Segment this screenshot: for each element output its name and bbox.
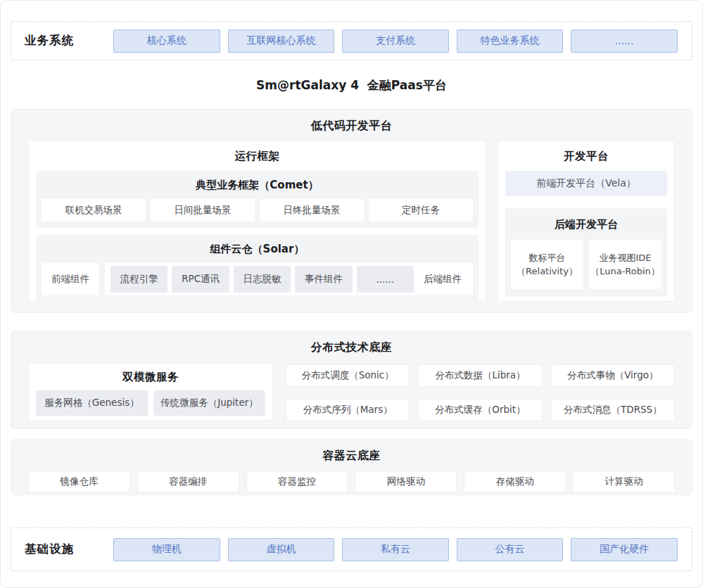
backend-dev-platform-row: 数标平台 （Relativity） 业务视图IDE （Luna-Robin） [511,240,661,289]
dev-platform-card: 开发平台 前端开发平台（Vela） 后端开发平台 数标平台 （Relativit… [498,140,675,302]
distributed-service-node: 分布式调度（Sonic） [286,364,410,387]
comet-item-node: 日间批量场景 [151,199,255,221]
distributed-section-title: 分布式技术底座 [11,331,692,356]
lowcode-section-body: 运行框架 典型业务框架（Comet） 联机交易场景 日间批量场景 日终批量场景 … [11,134,692,302]
solar-chip-node: 流程引擎 [110,266,167,293]
solar-component-title: 组件云仓（Solar） [42,239,473,263]
solar-chip-node: 事件组件 [295,266,352,293]
comet-framework-group: 典型业务框架（Comet） 联机交易场景 日间批量场景 日终批量场景 定时任务 [36,171,479,228]
infrastructure-node: 私有云 [342,538,449,561]
distributed-service-node: 分布式缓存（Orbit） [418,399,542,421]
jupiter-microservice-node: 传统微服务（Jupiter） [153,390,265,416]
container-cloud-node: 容器编排 [137,471,239,492]
frontend-components-node: 前端组件 [42,263,99,295]
comet-item-node: 定时任务 [369,199,473,221]
relativity-platform-sub: （Relativity） [517,264,578,278]
business-systems-label: 业务系统 [25,33,96,49]
infrastructure-boxes: 物理机 虚拟机 私有云 公有云 国产化硬件 [113,538,678,561]
backend-dev-platform-group: 后端开发平台 数标平台 （Relativity） 业务视图IDE （Luna-R… [505,208,667,296]
infrastructure-row: 基础设施 物理机 虚拟机 私有云 公有云 国产化硬件 [11,528,692,571]
container-cloud-node: 网络驱动 [355,471,457,492]
business-system-node: 核心系统 [113,30,220,53]
backend-dev-platform-title: 后端开发平台 [511,214,661,240]
luna-robin-ide-sub: （Luna-Robin） [590,264,660,278]
container-cloud-section: 容器云底座 镜像仓库 容器编排 容器监控 网络驱动 存储驱动 计算驱动 [11,439,692,495]
infrastructure-node: 公有云 [457,538,564,561]
infrastructure-node: 虚拟机 [228,538,335,561]
container-cloud-node: 计算驱动 [573,471,675,492]
backend-components-strip: 流程引擎 RPC通讯 日志脱敏 事件组件 ...... 后端组件 [105,263,473,295]
luna-robin-ide-node: 业务视图IDE （Luna-Robin） [589,240,661,289]
distributed-service-node: 分布式事物（Virgo） [551,364,675,387]
infrastructure-node: 物理机 [113,538,220,561]
business-system-node: 互联网核心系统 [228,30,335,53]
genesis-service-mesh-node: 服务网格（Genesis） [36,390,148,416]
relativity-platform-name: 数标平台 [529,251,566,264]
solar-component-group: 组件云仓（Solar） 前端组件 流程引擎 RPC通讯 日志脱敏 事件组件 ..… [36,235,479,302]
lowcode-platform-section: 低代码开发平台 运行框架 典型业务框架（Comet） 联机交易场景 日间批量场景… [11,109,692,313]
container-cloud-node: 镜像仓库 [28,471,130,492]
business-system-node-more: ...... [571,30,678,53]
luna-robin-ide-name: 业务视图IDE [599,251,651,264]
solar-chip-node-more: ...... [357,266,414,293]
dual-mode-row: 服务网格（Genesis） 传统微服务（Jupiter） [36,390,265,416]
infrastructure-node: 国产化硬件 [571,538,678,561]
backend-components-label: 后端组件 [416,273,469,286]
comet-item-node: 日终批量场景 [260,199,364,221]
business-system-node: 支付系统 [342,30,449,53]
business-systems-boxes: 核心系统 互联网核心系统 支付系统 特色业务系统 ...... [113,30,678,53]
container-cloud-row: 镜像仓库 容器编排 容器监控 网络驱动 存储驱动 计算驱动 [11,471,692,492]
dual-mode-title: 双模微服务 [36,364,265,390]
distributed-service-node: 分布式序列（Mars） [286,399,410,421]
distributed-service-node: 分布式数据（Libra） [418,364,542,387]
container-cloud-node: 存储驱动 [464,471,566,492]
dual-mode-microservice-card: 双模微服务 服务网格（Genesis） 传统微服务（Jupiter） [28,363,273,421]
business-system-node: 特色业务系统 [457,30,564,53]
solar-chip-node: 日志脱敏 [234,266,291,293]
solar-chip-node: RPC通讯 [172,266,229,293]
runtime-framework-title: 运行框架 [36,141,479,171]
distributed-service-node: 分布式消息（TDRSS） [551,399,675,421]
lowcode-section-title: 低代码开发平台 [11,110,692,134]
vela-frontend-platform-node: 前端开发平台（Vela） [505,171,667,196]
platform-architecture-diagram: 业务系统 核心系统 互联网核心系统 支付系统 特色业务系统 ...... Sm@… [0,0,703,588]
runtime-framework-card: 运行框架 典型业务框架（Comet） 联机交易场景 日间批量场景 日终批量场景 … [28,140,486,302]
page-title: Sm@rtGalaxy 4 金融Paas平台 [1,77,702,93]
container-cloud-node: 容器监控 [246,471,348,492]
distributed-base-section: 分布式技术底座 双模微服务 服务网格（Genesis） 传统微服务（Jupite… [11,331,692,429]
solar-items-row: 前端组件 流程引擎 RPC通讯 日志脱敏 事件组件 ...... 后端组件 [42,263,473,295]
comet-items-row: 联机交易场景 日间批量场景 日终批量场景 定时任务 [42,199,473,221]
relativity-platform-node: 数标平台 （Relativity） [511,240,583,289]
distributed-services-grid: 分布式调度（Sonic） 分布式数据（Libra） 分布式事物（Virgo） 分… [286,363,675,421]
comet-framework-title: 典型业务框架（Comet） [42,175,473,199]
dev-platform-title: 开发平台 [505,141,667,171]
container-cloud-title: 容器云底座 [11,440,692,464]
comet-item-node: 联机交易场景 [42,199,146,221]
business-systems-row: 业务系统 核心系统 互联网核心系统 支付系统 特色业务系统 ...... [11,21,692,60]
infrastructure-label: 基础设施 [25,542,96,557]
distributed-section-body: 双模微服务 服务网格（Genesis） 传统微服务（Jupiter） 分布式调度… [11,356,692,421]
